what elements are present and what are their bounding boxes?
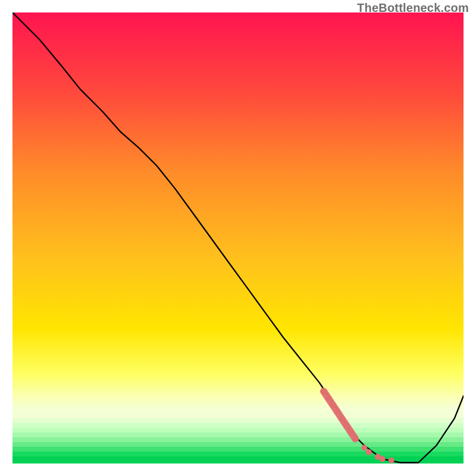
series-curve	[12, 12, 464, 463]
chart-overlay	[12, 12, 464, 464]
highlight-marker	[352, 436, 359, 442]
chart-container: TheBottleneck.com	[0, 0, 476, 476]
highlight-marker	[389, 458, 394, 464]
highlight-marker	[347, 428, 354, 435]
highlight-marker	[380, 456, 386, 462]
highlight-marker	[366, 449, 372, 455]
highlight-marker	[343, 422, 349, 428]
plot-area	[12, 12, 464, 464]
highlight-marker	[325, 395, 331, 402]
highlight-marker	[334, 408, 340, 415]
highlight-marker	[361, 445, 367, 451]
highlight-marker	[330, 402, 336, 408]
highlight-marker	[321, 388, 327, 394]
highlight-marker	[339, 415, 345, 422]
